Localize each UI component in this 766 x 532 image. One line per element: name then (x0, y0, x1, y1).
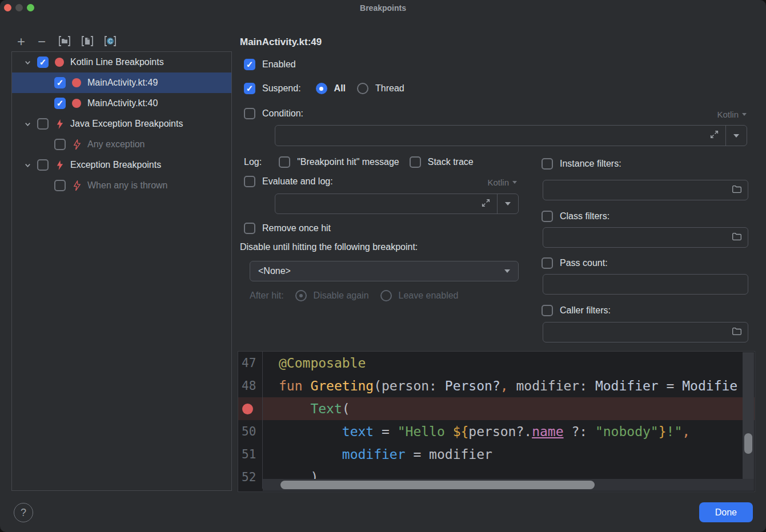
breakpoint-gutter[interactable] (238, 397, 263, 420)
vertical-scrollbar[interactable] (743, 352, 754, 479)
breakpoint-hit-message-label: "Breakpoint hit" message (297, 157, 399, 167)
group-by-class-button[interactable]: C (103, 35, 118, 50)
add-breakpoint-button[interactable]: + (14, 34, 29, 49)
chevron-down-icon (733, 134, 739, 138)
remove-breakpoint-button[interactable]: − (34, 34, 49, 49)
exception-bolt-icon (54, 119, 65, 129)
suspend-thread-radio[interactable] (357, 83, 368, 94)
enabled-checkbox[interactable]: ✓ (244, 59, 255, 70)
instance-filters-checkbox[interactable] (542, 158, 553, 170)
instance-filters-input[interactable] (543, 180, 748, 200)
caller-filters-input[interactable] (543, 322, 748, 342)
pass-count-input[interactable] (543, 274, 748, 295)
code-line-50: 50 text = "Hello ${person?.name ?: "nobo… (238, 420, 755, 443)
breakpoint-hit-message-checkbox[interactable] (279, 156, 290, 168)
disable-until-dropdown[interactable]: <None> (250, 261, 519, 281)
code-preview: 47@Composable48fun Greeting(person: Pers… (238, 351, 755, 492)
caller-filters-row: Caller filters: (542, 305, 611, 316)
tree-item-checkbox[interactable]: ✓ (37, 57, 49, 68)
remove-once-hit-checkbox[interactable] (244, 223, 255, 234)
evaluate-and-log-checkbox[interactable] (244, 176, 255, 187)
chevron-down-icon (512, 181, 517, 184)
folder-icon[interactable] (732, 327, 742, 338)
evaluate-input[interactable] (275, 194, 474, 213)
suspend-all-radio[interactable] (316, 83, 327, 94)
add-icon: + (17, 35, 25, 49)
remove-once-hit-label: Remove once hit (262, 223, 331, 233)
horizontal-scrollbar[interactable] (263, 479, 754, 491)
line-number-gutter[interactable]: 51 (238, 443, 263, 466)
after-hit-disable-radio[interactable] (295, 290, 307, 301)
tree-item-label: Exception Breakpoints (70, 160, 161, 170)
tree-item-label: MainActivity.kt:49 (87, 78, 158, 88)
condition-checkbox[interactable] (244, 108, 255, 119)
enabled-label: Enabled (262, 59, 296, 70)
tree-item-label: Java Exception Breakpoints (70, 119, 183, 129)
suspend-all-label: All (334, 83, 346, 94)
condition-input[interactable] (275, 126, 703, 146)
tree-item-checkbox[interactable]: ✓ (54, 98, 66, 109)
folder-icon[interactable] (732, 185, 742, 196)
tree-item-when-any-is-thrown[interactable]: When any is thrown (12, 175, 231, 196)
line-number-gutter[interactable]: 47 (238, 352, 263, 374)
breakpoint-dot-icon (54, 57, 65, 67)
chevron-down-icon[interactable] (23, 58, 31, 66)
pass-count-row: Pass count: (542, 257, 608, 269)
tree-item-checkbox[interactable] (54, 139, 66, 150)
evaluate-history-button[interactable] (497, 194, 518, 213)
tree-item-kotlin-line-breakpoints[interactable]: ✓Kotlin Line Breakpoints (12, 52, 231, 72)
tree-item-checkbox[interactable] (37, 159, 49, 171)
group-by-package-button[interactable] (57, 35, 72, 50)
suspend-row: ✓ Suspend: All Thread (244, 83, 404, 94)
expand-editor-button[interactable] (703, 126, 725, 146)
stack-trace-checkbox[interactable] (410, 156, 421, 168)
tree-item-java-exception-breakpoints[interactable]: Java Exception Breakpoints (12, 114, 231, 134)
code-line-text: text = "Hello ${person?.name ?: "nobody"… (263, 420, 755, 443)
condition-language-chooser[interactable]: Kotlin (717, 110, 747, 119)
tree-item-any-exception[interactable]: Any exception (12, 134, 231, 155)
code-line-text: Text( (263, 397, 755, 420)
tree-item-checkbox[interactable]: ✓ (54, 77, 66, 88)
done-button[interactable]: Done (699, 502, 753, 522)
code-line-text: fun Greeting(person: Person?, modifier: … (263, 374, 755, 397)
evaluate-language-label: Kotlin (487, 178, 509, 187)
breakpoint-dot-icon[interactable] (242, 404, 253, 414)
pass-count-checkbox[interactable] (542, 257, 553, 269)
instance-filters-row: Instance filters: (542, 158, 621, 170)
instance-filters-label: Instance filters: (560, 159, 621, 169)
class-filters-checkbox[interactable] (542, 211, 553, 222)
evaluate-input-group (275, 194, 519, 214)
vertical-scrollbar-thumb[interactable] (744, 433, 752, 454)
after-hit-leave-radio[interactable] (380, 290, 392, 301)
caller-filters-checkbox[interactable] (542, 305, 553, 316)
line-number-gutter[interactable]: 52 (238, 466, 263, 489)
condition-history-button[interactable] (725, 126, 747, 146)
line-number-gutter[interactable]: 48 (238, 374, 263, 397)
tree-item-label: When any is thrown (87, 180, 168, 191)
horizontal-scrollbar-thumb[interactable] (280, 481, 595, 489)
expand-icon (709, 130, 719, 142)
tree-item-checkbox[interactable] (37, 118, 49, 130)
tree-item-checkbox[interactable] (54, 180, 66, 191)
chevron-down-icon[interactable] (23, 120, 31, 128)
evaluate-language-chooser[interactable]: Kotlin (487, 178, 517, 187)
pass-count-label: Pass count: (560, 258, 608, 268)
chevron-down-icon[interactable] (23, 161, 31, 169)
group-by-file-button[interactable] (80, 35, 95, 50)
code-line-48: 48fun Greeting(person: Person?, modifier… (238, 374, 755, 397)
evaluate-and-log-label: Evaluate and log: (262, 176, 333, 187)
exception-bolt-icon (71, 139, 82, 150)
class-filters-input[interactable] (543, 227, 748, 248)
tree-item-exception-breakpoints[interactable]: Exception Breakpoints (12, 155, 231, 175)
line-number-gutter[interactable]: 50 (238, 420, 263, 443)
tree-item-mainactivity-kt-49[interactable]: ✓MainActivity.kt:49 (12, 72, 231, 93)
class-filters-row: Class filters: (542, 211, 609, 222)
code-line-51: 51 modifier = modifier (238, 443, 755, 466)
help-button[interactable]: ? (14, 503, 33, 522)
suspend-checkbox[interactable]: ✓ (244, 83, 255, 94)
chevron-down-icon (742, 113, 747, 116)
folder-icon[interactable] (732, 232, 742, 243)
expand-editor-button[interactable] (474, 194, 497, 213)
tree-item-mainactivity-kt-40[interactable]: ✓MainActivity.kt:40 (12, 93, 231, 114)
caller-filters-label: Caller filters: (560, 305, 611, 316)
